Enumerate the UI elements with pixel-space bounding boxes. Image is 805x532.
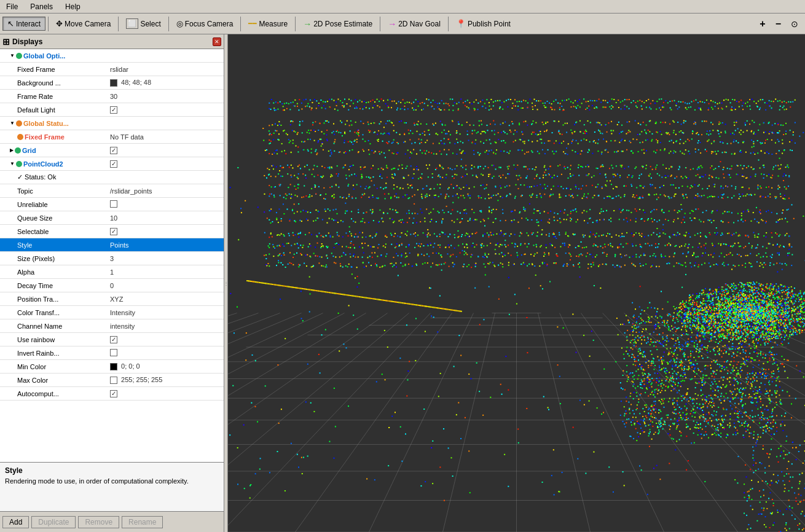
table-row[interactable]: Queue Size 10 [0, 211, 224, 225]
move-camera-button[interactable]: ✥ Move Camera [51, 17, 116, 31]
menu-panels[interactable]: Panels [26, 1, 57, 12]
row-value: 255; 255; 255 [108, 376, 224, 384]
select-icon: ⬜ [126, 18, 138, 29]
info-title: Style [5, 466, 219, 475]
info-description: Rendering mode to use, in order of compu… [5, 477, 219, 485]
row-key: ▶ Grid [0, 147, 108, 154]
row-key: Decay Time [0, 282, 108, 289]
focus-camera-button[interactable]: ◎ Focus Camera [171, 17, 238, 31]
row-label: Global Statu... [23, 120, 69, 127]
checkbox-rainbow[interactable]: ✓ [110, 336, 117, 343]
separator-2 [118, 17, 119, 31]
select-button[interactable]: ⬜ Select [121, 16, 165, 31]
table-row[interactable]: Style Points [0, 238, 224, 252]
expand-arrow: ▼ [10, 120, 15, 126]
checkbox[interactable]: ✓ [110, 147, 117, 154]
table-row[interactable]: ▼ PointCloud2 ✓ [0, 157, 224, 171]
row-key: ▼ PointCloud2 [0, 160, 108, 168]
row-label: Frame Rate [17, 93, 53, 100]
row-label: Position Tra... [17, 295, 58, 303]
table-row[interactable]: Min Color 0; 0; 0 [0, 360, 224, 374]
row-label: Size (Pixels) [17, 255, 55, 262]
checkbox-selectable[interactable]: ✓ [110, 228, 117, 235]
publish-point-button[interactable]: 📍 Publish Point [451, 17, 516, 31]
row-value: ✓ [108, 389, 224, 397]
table-row[interactable]: Background ... 48; 48; 48 [0, 76, 224, 90]
close-displays-button[interactable]: ✕ [213, 37, 221, 46]
row-label: Use rainbow [17, 336, 55, 343]
table-row[interactable]: Max Color 255; 255; 255 [0, 374, 224, 387]
row-key: Max Color [0, 377, 108, 384]
nav-goal-button[interactable]: → 2D Nav Goal [383, 17, 446, 31]
separator-5 [295, 17, 296, 31]
zoom-in-button[interactable]: + [755, 17, 769, 31]
pose-icon: → [303, 19, 312, 29]
displays-header: ⊞ Displays ✕ [0, 34, 224, 49]
table-row[interactable]: ▶ Grid ✓ [0, 144, 224, 157]
row-value: 48; 48; 48 [108, 79, 224, 87]
table-row[interactable]: Unreliable [0, 198, 224, 211]
row-label: Unreliable [17, 201, 48, 208]
color-swatch [110, 79, 117, 87]
row-value: ✓ [108, 106, 224, 114]
table-row[interactable]: Decay Time 0 [0, 279, 224, 292]
3d-viewport[interactable] [228, 34, 805, 532]
row-key: Alpha [0, 268, 108, 276]
table-row[interactable]: Alpha 1 [0, 265, 224, 279]
checkbox-invert[interactable] [110, 349, 117, 356]
min-color-swatch [110, 363, 117, 370]
checkbox-autocompute[interactable]: ✓ [110, 390, 117, 397]
table-row[interactable]: Autocomput... ✓ [0, 387, 224, 401]
table-row[interactable]: Channel Name intensity [0, 319, 224, 333]
table-row[interactable]: Default Light ✓ [0, 103, 224, 117]
checkbox[interactable]: ✓ [110, 106, 117, 114]
displays-title-text: Displays [12, 37, 42, 46]
row-value: ✓ [108, 335, 224, 343]
checkbox-unreliable[interactable] [110, 200, 117, 208]
row-key: Channel Name [0, 323, 108, 330]
menu-file[interactable]: File [2, 1, 22, 12]
row-label: Fixed Frame [17, 66, 55, 73]
row-key: Topic [0, 187, 108, 195]
interact-button[interactable]: ↖ Interact [2, 17, 45, 31]
table-row[interactable]: Invert Rainb... [0, 346, 224, 360]
table-row[interactable]: Position Tra... XYZ [0, 292, 224, 306]
table-row[interactable]: Topic /rslidar_points [0, 184, 224, 198]
checkbox[interactable]: ✓ [110, 160, 117, 168]
measure-button[interactable]: ━━ Measure [243, 17, 293, 31]
home-button[interactable]: ⊙ [787, 17, 803, 31]
row-label: Background ... [17, 79, 61, 87]
table-row[interactable]: Size (Pixels) 3 [0, 252, 224, 265]
separator-7 [448, 17, 449, 31]
row-label: ✓ Status: Ok [17, 173, 56, 181]
table-row[interactable]: Fixed Frame rslidar [0, 63, 224, 76]
table-row[interactable]: Color Transf... Intensity [0, 306, 224, 319]
expand-arrow: ▼ [10, 53, 15, 58]
row-value: 0; 0; 0 [108, 362, 224, 370]
table-row[interactable]: Frame Rate 30 [0, 90, 224, 103]
row-key: Default Light [0, 106, 108, 114]
table-row[interactable]: Fixed Frame No TF data [0, 130, 224, 144]
table-row[interactable]: Use rainbow ✓ [0, 333, 224, 346]
table-row[interactable]: ▼ Global Statu... [0, 117, 224, 130]
menu-help[interactable]: Help [61, 1, 84, 12]
info-panel: Style Rendering mode to use, in order of… [0, 462, 224, 511]
row-label: Decay Time [17, 282, 53, 289]
status-dot [16, 53, 22, 59]
rename-button[interactable]: Rename [122, 516, 163, 528]
row-label: Global Opti... [23, 52, 65, 60]
duplicate-button[interactable]: Duplicate [31, 516, 76, 528]
displays-tree[interactable]: ▼ Global Opti... Fixed Frame rslidar Bac… [0, 49, 224, 462]
zoom-out-button[interactable]: − [771, 17, 785, 31]
row-value: 10 [108, 214, 224, 222]
table-row[interactable]: ▼ Global Opti... [0, 49, 224, 63]
row-key: Position Tra... [0, 295, 108, 303]
table-row[interactable]: ✓ Status: Ok [0, 171, 224, 184]
add-button[interactable]: Add [2, 516, 29, 528]
remove-button[interactable]: Remove [78, 516, 119, 528]
pose-estimate-button[interactable]: → 2D Pose Estimate [298, 17, 377, 31]
focus-icon: ◎ [176, 19, 183, 28]
row-key: Min Color [0, 363, 108, 370]
table-row[interactable]: Selectable ✓ [0, 225, 224, 238]
max-color-value: 255; 255; 255 [121, 376, 162, 383]
